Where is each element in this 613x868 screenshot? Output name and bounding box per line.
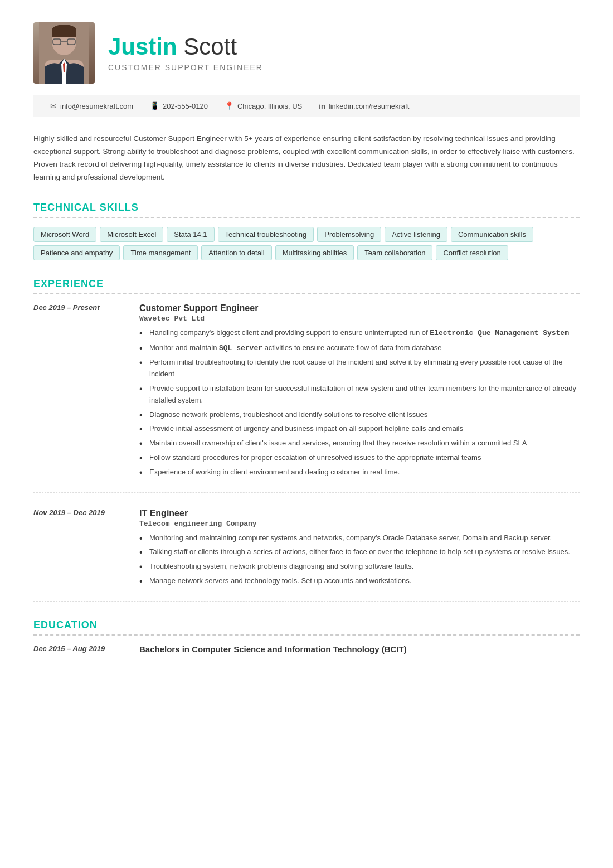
phone-icon: 📱	[150, 101, 159, 110]
skill-tag: Time management	[123, 245, 198, 260]
location-icon: 📍	[225, 101, 234, 110]
email-icon: ✉	[50, 101, 57, 110]
phone-text: 202-555-0120	[163, 102, 208, 110]
education-entry: Dec 2015 – Aug 2019Bachelors in Computer…	[33, 644, 580, 654]
exp-company: Wavetec Pvt Ltd	[139, 314, 580, 323]
skill-tag: Problemsolving	[317, 227, 381, 242]
education-section-title: EDUCATION	[33, 619, 580, 636]
bold-text: Electronic Que Management System	[430, 329, 569, 337]
location-text: Chicago, Illinois, US	[237, 102, 302, 110]
resume-page: Justin Scott CUSTOMER SUPPORT ENGINEER ✉…	[0, 0, 613, 868]
summary-text: Highly skilled and resourceful Customer …	[33, 133, 580, 184]
exp-date: Nov 2019 – Dec 2019	[33, 508, 123, 590]
experience-entry: Dec 2019 – PresentCustomer Support Engin…	[33, 303, 580, 493]
exp-content: IT EngineerTelecom engineering CompanyMo…	[139, 508, 580, 590]
skill-tag: Technical troubleshooting	[218, 227, 314, 242]
skill-tag: Attention to detail	[201, 245, 271, 260]
exp-bullet: Manage network servers and technology to…	[139, 575, 580, 587]
experience-entry: Nov 2019 – Dec 2019IT EngineerTelecom en…	[33, 508, 580, 602]
exp-content: Customer Support EngineerWavetec Pvt Ltd…	[139, 303, 580, 481]
exp-job-title: Customer Support Engineer	[139, 303, 580, 313]
svg-rect-7	[52, 30, 76, 37]
exp-bullet: Monitor and maintain SQL server activiti…	[139, 342, 580, 355]
exp-bullet: Follow standard procedures for proper es…	[139, 452, 580, 464]
avatar-image	[33, 22, 95, 84]
education-entries: Dec 2015 – Aug 2019Bachelors in Computer…	[33, 644, 580, 654]
bold-text: SQL server	[219, 344, 262, 352]
linkedin-text: linkedin.com/resumekraft	[329, 102, 410, 110]
skills-tags-container: Microsoft WordMicrosoft ExcelStata 14.1T…	[33, 227, 580, 260]
job-title: CUSTOMER SUPPORT ENGINEER	[108, 63, 263, 72]
last-name: Scott	[177, 33, 237, 60]
exp-bullet: Handling company's biggest client and pr…	[139, 327, 580, 340]
avatar	[33, 22, 95, 84]
exp-date: Dec 2019 – Present	[33, 303, 123, 481]
exp-bullet: Troubleshooting system, network problems…	[139, 561, 580, 573]
edu-date: Dec 2015 – Aug 2019	[33, 644, 123, 654]
education-section: EDUCATION Dec 2015 – Aug 2019Bachelors i…	[33, 619, 580, 654]
contact-linkedin: in linkedin.com/resumekraft	[319, 102, 409, 110]
exp-bullet: Provide initial assessment of urgency an…	[139, 423, 580, 435]
skill-tag: Microsoft Excel	[100, 227, 163, 242]
exp-bullet: Perform initial troubleshooting to ident…	[139, 357, 580, 380]
skill-tag: Microsoft Word	[33, 227, 96, 242]
exp-bullet: Diagnose network problems, troubleshoot …	[139, 409, 580, 421]
contact-bar: ✉ info@resumekraft.com 📱 202-555-0120 📍 …	[33, 95, 580, 117]
skills-section-title: TECHNICAL SKILLS	[33, 202, 580, 218]
contact-location: 📍 Chicago, Illinois, US	[225, 101, 302, 110]
edu-degree: Bachelors in Computer Science and Inform…	[139, 644, 580, 654]
exp-bullet: Maintain overall ownership of client's i…	[139, 438, 580, 449]
skill-tag: Communication skills	[451, 227, 533, 242]
linkedin-icon: in	[319, 102, 325, 110]
exp-bullet: Monitoring and maintaining computer syst…	[139, 532, 580, 544]
header-section: Justin Scott CUSTOMER SUPPORT ENGINEER	[33, 22, 580, 84]
exp-bullet: Provide support to installation team for…	[139, 383, 580, 406]
skill-tag: Stata 14.1	[167, 227, 214, 242]
skill-tag: Conflict resolution	[436, 245, 508, 260]
experience-section: EXPERIENCE Dec 2019 – PresentCustomer Su…	[33, 278, 580, 602]
exp-company: Telecom engineering Company	[139, 520, 580, 528]
header-text: Justin Scott CUSTOMER SUPPORT ENGINEER	[108, 34, 263, 72]
skill-tag: Active listening	[385, 227, 447, 242]
skills-section: TECHNICAL SKILLS Microsoft WordMicrosoft…	[33, 202, 580, 260]
experience-entries: Dec 2019 – PresentCustomer Support Engin…	[33, 303, 580, 602]
first-name: Justin	[108, 33, 177, 60]
edu-content: Bachelors in Computer Science and Inform…	[139, 644, 580, 654]
email-text: info@resumekraft.com	[60, 102, 133, 110]
exp-job-title: IT Engineer	[139, 508, 580, 518]
exp-bullet: Talking staff or clients through a serie…	[139, 546, 580, 558]
exp-bullet: Experience of working in client environm…	[139, 467, 580, 478]
skill-tag: Team collaboration	[357, 245, 432, 260]
experience-section-title: EXPERIENCE	[33, 278, 580, 294]
contact-email: ✉ info@resumekraft.com	[50, 101, 133, 110]
contact-phone: 📱 202-555-0120	[150, 101, 208, 110]
skill-tag: Patience and empathy	[33, 245, 120, 260]
exp-bullets: Handling company's biggest client and pr…	[139, 327, 580, 478]
full-name: Justin Scott	[108, 34, 263, 60]
exp-bullets: Monitoring and maintaining computer syst…	[139, 532, 580, 587]
skill-tag: Multitasking abilities	[275, 245, 354, 260]
